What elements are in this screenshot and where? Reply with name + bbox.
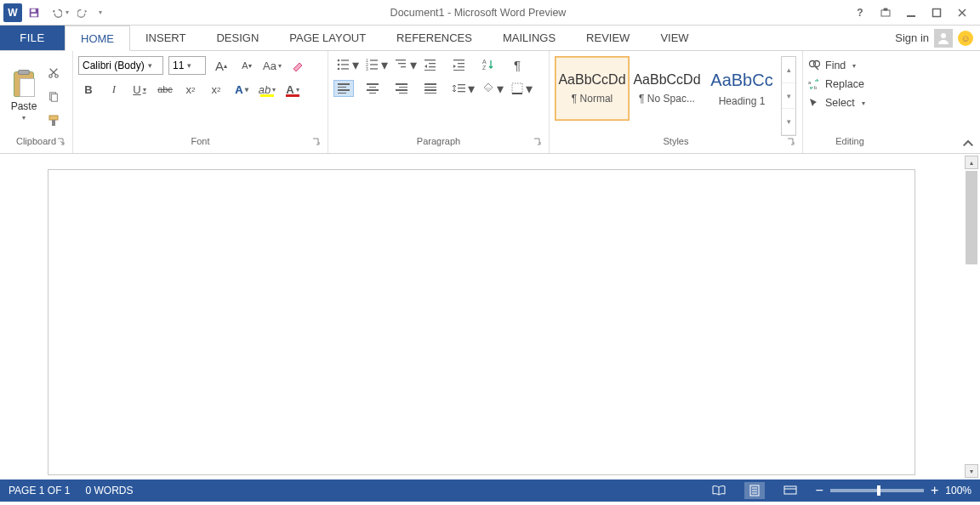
undo-dropdown[interactable]: ▾ — [63, 3, 71, 23]
tab-design[interactable]: DESIGN — [201, 26, 274, 50]
scroll-track[interactable] — [965, 171, 978, 462]
underline-button[interactable]: U▾ — [129, 80, 150, 99]
style-normal[interactable]: AaBbCcDd ¶ Normal — [555, 56, 630, 121]
window-controls: ? — [851, 3, 980, 22]
zoom-in-button[interactable]: + — [931, 483, 938, 498]
sign-in[interactable]: Sign in ☺ — [895, 26, 980, 50]
svg-text:A: A — [482, 59, 487, 65]
svg-rect-32 — [453, 60, 464, 60]
highlight-color-button[interactable]: ab▾ — [257, 80, 277, 99]
shrink-font-button[interactable]: A▾ — [236, 56, 257, 75]
zoom-label[interactable]: 100% — [945, 485, 971, 496]
svg-rect-4 — [907, 15, 915, 17]
zoom-slider[interactable] — [830, 489, 924, 492]
file-tab[interactable]: FILE — [0, 26, 65, 50]
line-spacing-button[interactable]: ▾ — [449, 80, 470, 97]
styles-scroll-up[interactable]: ▴ — [782, 57, 795, 83]
show-hide-marks-button[interactable]: ¶ — [507, 56, 527, 73]
paste-button[interactable]: Paste ▾ — [5, 70, 43, 122]
format-painter-button[interactable] — [44, 113, 63, 128]
scroll-up-button[interactable]: ▴ — [965, 156, 978, 169]
word-app-icon: W — [3, 3, 22, 22]
status-words[interactable]: 0 WORDS — [85, 485, 133, 496]
styles-launcher[interactable] — [787, 138, 797, 148]
tab-references[interactable]: REFERENCES — [381, 26, 487, 50]
vertical-scrollbar[interactable]: ▴ ▾ — [965, 156, 978, 478]
ribbon: Paste ▾ Clipboard Calibri (Body)▾ 11▾ A▴… — [0, 51, 980, 154]
tab-page-layout[interactable]: PAGE LAYOUT — [274, 26, 381, 50]
styles-gallery-scroll[interactable]: ▴ ▾ ▾ — [781, 56, 796, 136]
clear-formatting-button[interactable] — [288, 56, 308, 75]
replace-button[interactable]: ab Replace — [808, 78, 864, 90]
styles-expand[interactable]: ▾ — [782, 109, 795, 135]
tab-review[interactable]: REVIEW — [571, 26, 645, 50]
align-left-button[interactable] — [333, 80, 354, 97]
subscript-button[interactable]: x2 — [180, 80, 201, 99]
scroll-thumb[interactable] — [966, 171, 977, 264]
svg-rect-29 — [429, 63, 436, 64]
strikethrough-button[interactable]: abc — [155, 80, 175, 99]
minimize-button[interactable] — [902, 3, 920, 22]
shading-button[interactable]: ▾ — [478, 80, 499, 97]
select-button[interactable]: Select▾ — [808, 97, 865, 109]
read-mode-button[interactable] — [709, 482, 729, 499]
avatar-placeholder-icon — [934, 29, 953, 48]
bold-button[interactable]: B — [78, 80, 99, 99]
smiley-feedback-icon[interactable]: ☺ — [958, 31, 973, 46]
save-button[interactable] — [24, 3, 44, 23]
align-right-button[interactable] — [391, 80, 412, 97]
svg-point-6 — [941, 33, 946, 38]
italic-button[interactable]: I — [104, 80, 124, 99]
web-layout-button[interactable] — [780, 482, 801, 499]
style-no-spacing[interactable]: AaBbCcDd ¶ No Spac... — [630, 56, 704, 121]
tab-insert[interactable]: INSERT — [130, 26, 201, 50]
zoom-controls: − + 100% — [816, 483, 971, 498]
svg-rect-41 — [512, 83, 522, 94]
svg-point-13 — [338, 60, 340, 62]
redo-button[interactable] — [73, 3, 94, 23]
multilevel-list-button[interactable]: ▾ — [391, 56, 412, 73]
borders-button[interactable]: ▾ — [507, 80, 527, 97]
align-center-button[interactable] — [362, 80, 383, 97]
maximize-button[interactable] — [927, 3, 946, 22]
collapse-ribbon-button[interactable] — [961, 138, 975, 151]
find-button[interactable]: Find▾ — [808, 60, 856, 71]
svg-rect-34 — [458, 66, 464, 67]
ribbon-display-options[interactable] — [876, 3, 895, 22]
justify-button[interactable] — [420, 80, 441, 97]
bullets-button[interactable]: ▾ — [333, 56, 354, 73]
close-button[interactable] — [953, 3, 971, 22]
status-page[interactable]: PAGE 1 OF 1 — [9, 485, 70, 496]
zoom-out-button[interactable]: − — [816, 483, 823, 498]
text-effects-button[interactable]: A▾ — [231, 80, 252, 99]
cut-button[interactable] — [44, 65, 63, 81]
copy-button[interactable] — [44, 89, 63, 105]
grow-font-button[interactable]: A▴ — [211, 56, 231, 75]
decrease-indent-button[interactable] — [420, 56, 441, 73]
svg-rect-2 — [31, 13, 37, 16]
zoom-slider-knob[interactable] — [877, 485, 880, 496]
font-name-combo[interactable]: Calibri (Body)▾ — [78, 56, 163, 75]
clipboard-launcher[interactable] — [57, 138, 67, 148]
tab-view[interactable]: VIEW — [645, 26, 704, 50]
help-button[interactable]: ? — [851, 3, 869, 22]
font-launcher[interactable] — [312, 138, 322, 148]
numbering-button[interactable]: 123▾ — [362, 56, 383, 73]
change-case-button[interactable]: Aa▾ — [262, 56, 282, 75]
font-color-button[interactable]: A▾ — [282, 80, 303, 99]
styles-scroll-down[interactable]: ▾ — [782, 83, 795, 110]
tab-mailings[interactable]: MAILINGS — [487, 26, 571, 50]
scroll-down-button[interactable]: ▾ — [965, 464, 978, 478]
document-page[interactable] — [48, 169, 915, 475]
qat-customize-dropdown[interactable]: ▾ — [95, 3, 105, 23]
font-size-combo[interactable]: 11▾ — [168, 56, 206, 75]
tab-home[interactable]: HOME — [65, 26, 130, 51]
svg-rect-22 — [370, 60, 378, 60]
paragraph-launcher[interactable] — [533, 138, 544, 148]
increase-indent-button[interactable] — [449, 56, 470, 73]
sort-button[interactable]: AZ — [478, 56, 499, 73]
superscript-button[interactable]: x2 — [206, 80, 226, 99]
print-layout-button[interactable] — [744, 482, 765, 499]
svg-rect-17 — [341, 64, 349, 65]
style-heading-1[interactable]: AaBbCc Heading 1 — [704, 56, 779, 121]
